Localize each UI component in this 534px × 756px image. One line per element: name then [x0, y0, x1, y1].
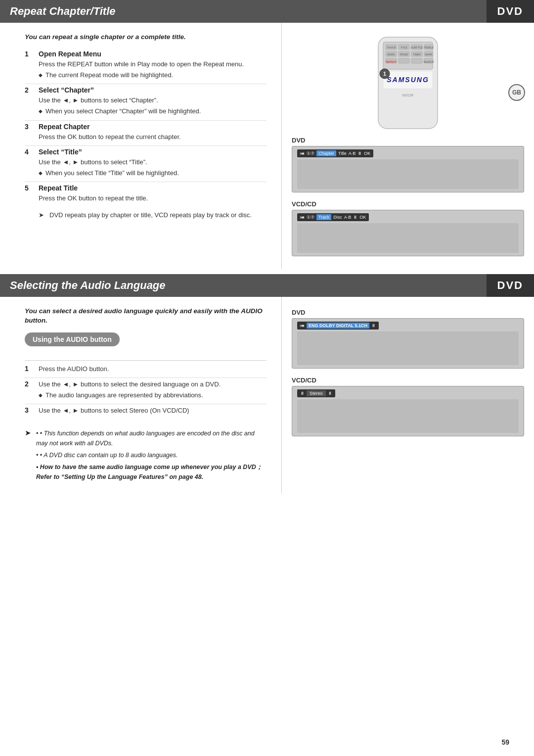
- svg-rect-11: [399, 58, 409, 63]
- audio-step-1: 1 Press the AUDIO button.: [25, 365, 267, 378]
- step-4: 4 Select “Title” Use the ◄, ► buttons to…: [25, 148, 267, 182]
- section2: Selecting the Audio Language DVD You can…: [0, 274, 534, 494]
- audio-dvd-screen-bar: ⏮ ENG DOLBY DIGITAL 5.1CH ⏸: [297, 322, 379, 330]
- step-3-desc: Press the OK button to repeat the curren…: [39, 133, 267, 142]
- notes-content: • • This function depends on what audio …: [36, 428, 267, 484]
- svg-text:SPEED: SPEED: [400, 53, 408, 56]
- dvd-screen-box: ⏮ ①⑦ Chapter Title A·B ⏸ OK: [292, 146, 524, 192]
- audio-vcdcd-screen-box: ⏸ Stereo ⏸: [292, 386, 524, 436]
- audio-step-2-desc: Use the ◄, ► buttons to select the desir…: [39, 380, 267, 389]
- step-4-content: Select “Title” Use the ◄, ► buttons to s…: [39, 148, 267, 178]
- section1-left: You can repeat a single chapter or a com…: [0, 23, 282, 269]
- audio-step-3: 3 Use the ◄, ► buttons to select Stereo …: [25, 406, 267, 419]
- page-container: GB Repeat Chapter/Title DVD You can repe…: [0, 0, 534, 756]
- step-5-desc: Press the OK button to repeat the title.: [39, 194, 267, 203]
- section2-right-inner: DVD ⏮ ENG DOLBY DIGITAL 5.1CH ⏸: [292, 302, 524, 436]
- gb-badge: GB: [508, 84, 525, 101]
- step-5-content: Repeat Title Press the OK button to repe…: [39, 184, 267, 203]
- vcdcd-screen-label: VCD/CD: [292, 200, 524, 208]
- section2-right: DVD ⏮ ENG DOLBY DIGITAL 5.1CH ⏸: [282, 297, 534, 494]
- step-5-title: Repeat Title: [39, 184, 267, 192]
- step-1-number: 1: [25, 50, 39, 58]
- svg-text:SEARCH: SEARCH: [424, 60, 434, 63]
- notes-arrow-icon: ➤: [25, 428, 31, 437]
- svg-text:TIMER: TIMER: [413, 53, 421, 56]
- section1-right: TV/VCR TITLE SUBTITLE TREBLE MODE SPEED …: [282, 23, 534, 269]
- step-3-title: Repeat Chapter: [39, 123, 267, 131]
- audio-step-1-content: Press the AUDIO button.: [39, 365, 267, 374]
- page-number: 59: [501, 738, 509, 746]
- svg-text:TV/VCR: TV/VCR: [387, 46, 396, 49]
- audio-dvd-screen-box: ⏮ ENG DOLBY DIGITAL 5.1CH ⏸: [292, 318, 524, 369]
- vcdcd-screen-section: VCD/CD ⏮ ①⑦ Track Disc A·B ⏸: [292, 200, 524, 256]
- section2-header: Selecting the Audio Language DVD: [0, 274, 534, 297]
- vcdcd-screen-bar: ⏮ ①⑦ Track Disc A·B ⏸ OK: [297, 213, 369, 221]
- step-5-number: 5: [25, 184, 39, 192]
- audio-vcdcd-screen-content: [297, 399, 519, 433]
- audio-vcdcd-screen-label: VCD/CD: [292, 377, 524, 384]
- section1-title: Repeat Chapter/Title: [10, 5, 477, 18]
- step-5: 5 Repeat Title Press the OK button to re…: [25, 184, 267, 207]
- audio-step-2: 2 Use the ◄, ► buttons to select the des…: [25, 380, 267, 404]
- step-1-desc: Press the REPEAT button while in Play mo…: [39, 60, 267, 69]
- audio-button-container: Using the AUDIO button: [25, 332, 267, 353]
- dvd-screen-content: [297, 159, 519, 189]
- audio-dvd-screen-section: DVD ⏮ ENG DOLBY DIGITAL 5.1CH ⏸: [292, 309, 524, 369]
- step-3-number: 3: [25, 123, 39, 131]
- svg-text:1: 1: [383, 71, 386, 77]
- step-2-bullet: When you select Chapter “Chapter” will b…: [39, 107, 267, 116]
- section1-dvd-badge: DVD: [487, 0, 534, 23]
- section1-right-inner: TV/VCR TITLE SUBTITLE TREBLE MODE SPEED …: [292, 28, 524, 256]
- note-2: • • A DVD disc can contain up to 8 audio…: [36, 450, 267, 460]
- note-3: • How to have the same audio language co…: [36, 462, 267, 482]
- svg-text:SAMSUNG: SAMSUNG: [387, 76, 429, 84]
- section2-dvd-badge: DVD: [487, 274, 534, 297]
- step-2: 2 Select “Chapter” Use the ◄, ► buttons …: [25, 86, 267, 120]
- step-2-title: Select “Chapter”: [39, 86, 267, 94]
- svg-text:TITLE: TITLE: [400, 46, 407, 49]
- audio-step-2-content: Use the ◄, ► buttons to select the desir…: [39, 380, 267, 400]
- svg-rect-12: [411, 58, 422, 63]
- section2-content: You can select a desired audio language …: [0, 297, 534, 494]
- audio-vcdcd-screen-bar: ⏸ Stereo ⏸: [297, 389, 335, 397]
- step-1-content: Open Repeat Menu Press the REPEAT button…: [39, 50, 267, 80]
- remote-control-area: TV/VCR TITLE SUBTITLE TREBLE MODE SPEED …: [366, 35, 450, 133]
- svg-text:MODE: MODE: [388, 53, 396, 56]
- step-2-desc: Use the ◄, ► buttons to select “Chapter”…: [39, 96, 267, 105]
- step-2-content: Select “Chapter” Use the ◄, ► buttons to…: [39, 86, 267, 116]
- step-1-bullet: The current Repeat mode will be highligh…: [39, 71, 267, 80]
- step-2-number: 2: [25, 86, 39, 94]
- step-3-content: Repeat Chapter Press the OK button to re…: [39, 123, 267, 142]
- section2-left: You can select a desired audio language …: [0, 297, 282, 494]
- step-4-bullet: When you select Title “Title” will be hi…: [39, 169, 267, 178]
- vcdcd-screen-content: [297, 223, 519, 253]
- audio-step-2-bullet: The audio languages are represented by a…: [39, 391, 267, 400]
- audio-step-3-desc: Use the ◄, ► buttons to select Stereo (O…: [39, 406, 267, 415]
- audio-dvd-screen-label: DVD: [292, 309, 524, 316]
- svg-text:00015F: 00015F: [402, 94, 414, 97]
- divider1: [25, 360, 267, 361]
- remote-svg: TV/VCR TITLE SUBTITLE TREBLE MODE SPEED …: [366, 35, 450, 131]
- audio-step-2-number: 2: [25, 380, 39, 388]
- section2-intro: You can select a desired audio language …: [25, 307, 267, 326]
- step-4-number: 4: [25, 148, 39, 156]
- section1-header: Repeat Chapter/Title DVD: [0, 0, 534, 23]
- section1-title-bar: Repeat Chapter/Title: [0, 0, 487, 23]
- step-1: 1 Open Repeat Menu Press the REPEAT butt…: [25, 50, 267, 84]
- step-1-title: Open Repeat Menu: [39, 50, 267, 58]
- dvd-screen-bar: ⏮ ①⑦ Chapter Title A·B ⏸ OK: [297, 149, 373, 157]
- svg-text:SUBTITLE: SUBTITLE: [411, 46, 423, 49]
- audio-step-1-number: 1: [25, 365, 39, 373]
- section1-intro: You can repeat a single chapter or a com…: [25, 33, 267, 42]
- audio-step-3-content: Use the ◄, ► buttons to select Stereo (O…: [39, 406, 267, 415]
- note-1: • • This function depends on what audio …: [36, 428, 267, 448]
- audio-step-1-desc: Press the AUDIO button.: [39, 365, 267, 374]
- svg-text:TREBLE: TREBLE: [424, 46, 434, 49]
- audio-vcdcd-screen-section: VCD/CD ⏸ Stereo ⏸: [292, 377, 524, 436]
- svg-text:REPEAT: REPEAT: [386, 60, 397, 63]
- audio-dvd-screen-content: [297, 331, 519, 365]
- section2-title: Selecting the Audio Language: [10, 279, 477, 292]
- notes-area: ➤ • • This function depends on what audi…: [25, 428, 267, 484]
- step-5-arrow: DVD repeats play by chapter or title, VC…: [39, 211, 267, 220]
- svg-text:MARK: MARK: [425, 53, 433, 56]
